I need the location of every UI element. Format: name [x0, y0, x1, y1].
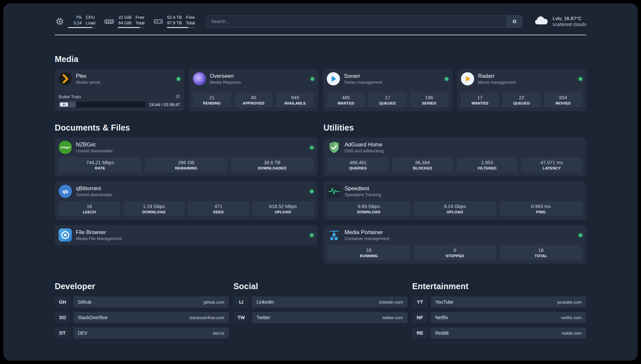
- cpu-label: CPU: [86, 15, 95, 20]
- resource-widgets: 7% 3.24 CPU Load: [55, 15, 195, 28]
- bookmark-name: Netflix: [435, 315, 448, 320]
- bookmark-link-dev[interactable]: DEV dev.to: [73, 327, 229, 339]
- stat-box: 0 STOPPED: [413, 245, 496, 260]
- stat-box: 9.65 Gbps DOWNLOAD: [327, 201, 410, 216]
- search-input[interactable]: [206, 15, 507, 27]
- stat-label: FILTERED: [458, 166, 517, 170]
- search-bar: G: [206, 15, 522, 28]
- stat-box: 9.24 Gbps UPLOAD: [413, 201, 496, 216]
- stat-box: 21 PENDING: [193, 92, 231, 107]
- stat-value: 0: [415, 248, 495, 253]
- section-title-media: Media: [55, 54, 586, 64]
- status-dot: [445, 77, 448, 81]
- stat-value: 16: [329, 248, 409, 253]
- bookmark-url: twitter.com: [382, 315, 403, 320]
- stat-value: 22: [504, 95, 539, 100]
- service-card-overseerr[interactable]: Overseerr Media Requests 21 PENDING 40 A…: [189, 69, 319, 111]
- bookmark-link-linkedin[interactable]: LinkedIn linkedin.com: [252, 296, 408, 308]
- memory-usage-fill: [118, 27, 140, 28]
- stat-value: 39.6 TB: [232, 160, 312, 165]
- bookmark-row: YT YouTube youtube.com: [412, 296, 586, 308]
- section-title-social: Social: [233, 282, 408, 291]
- cpu-load-value: 3.24: [74, 20, 82, 26]
- stat-label: LATENCY: [522, 166, 581, 170]
- bookmark-link-stackoverflow[interactable]: StackOverflow stackoverflow.com: [73, 312, 229, 323]
- adguard-icon: [327, 141, 341, 154]
- stat-value: 16: [60, 204, 119, 209]
- bookmark-name: Twitter: [257, 315, 270, 320]
- stat-label: AVAILABLE: [277, 101, 313, 105]
- plex-icon: [59, 72, 72, 85]
- service-card-adguard[interactable]: AdGuard Home DNS and adblocking 498,461 …: [323, 137, 586, 176]
- stat-label: STOPPED: [415, 254, 495, 258]
- stat-box: 17 WANTED: [461, 92, 499, 107]
- settings-gear-icon[interactable]: ⚙: [175, 94, 180, 99]
- service-card-nzbget[interactable]: nzbget NZBGet Usenet downloader 744.21 M…: [55, 137, 318, 176]
- status-dot: [311, 77, 314, 81]
- bookmark-url: dev.to: [213, 331, 224, 336]
- service-subtitle: DNS and adblocking: [345, 148, 384, 153]
- bookmark-group-social: Social LI LinkedIn linkedin.com TW Twitt…: [233, 282, 408, 343]
- stat-row: 17 WANTED 22 QUEUED 834 MOVIES: [461, 92, 583, 107]
- service-card-radarr[interactable]: Radarr Movie management 17 WANTED 22 QUE…: [457, 69, 587, 111]
- bookmark-name: YouTube: [435, 299, 453, 305]
- bookmark-link-netflix[interactable]: Netflix netflix.com: [431, 312, 586, 323]
- nzbget-icon: nzbget: [59, 141, 72, 154]
- bookmark-row: TW Twitter twitter.com: [233, 312, 408, 323]
- pause-button[interactable]: [60, 103, 68, 106]
- bookmark-link-twitter[interactable]: Twitter twitter.com: [252, 312, 408, 323]
- service-card-sonarr[interactable]: Sonarr Series management 485 WANTED 17 Q…: [323, 69, 452, 111]
- bookmark-group-entertainment: Entertainment YT YouTube youtube.com NF …: [412, 282, 586, 343]
- stat-box: 16 TOTAL: [500, 245, 582, 260]
- bookmark-abbr: NF: [412, 312, 428, 323]
- stat-box: 2,953 FILTERED: [457, 157, 518, 172]
- stat-value: 2,953: [458, 160, 517, 165]
- memory-widget: 22 GiB 64 GiB Free Total: [104, 15, 144, 28]
- stat-value: 744.21 Mbps: [60, 160, 140, 165]
- bookmark-link-github[interactable]: Github github.com: [73, 296, 229, 308]
- stat-label: BLOCKED: [393, 166, 452, 170]
- stat-box: 86,384 BLOCKED: [392, 157, 453, 172]
- stat-value: 40: [236, 95, 271, 100]
- playback-progress-bar[interactable]: [59, 102, 146, 107]
- stat-label: WANTED: [328, 101, 364, 105]
- service-title: Media Portainer: [345, 229, 389, 235]
- bookmark-link-youtube[interactable]: YouTube youtube.com: [431, 296, 586, 308]
- stat-value: 834: [545, 95, 581, 100]
- service-card-qbittorrent[interactable]: qb qBittorrent Torrent downloader 16 LEE…: [55, 181, 318, 220]
- service-subtitle: Container management: [345, 236, 389, 241]
- stat-value: 9.65 Gbps: [329, 204, 409, 209]
- section-title-documents: Documents & Files: [55, 123, 318, 133]
- stat-row: 16 LEECH 1.19 Gbps DOWNLOAD 471 SEED: [59, 201, 314, 216]
- bookmark-url: linkedin.com: [379, 300, 403, 305]
- stat-value: 196: [411, 95, 447, 100]
- service-card-filebrowser[interactable]: File Browser Media File Management: [55, 225, 318, 245]
- bookmark-url: netflix.com: [561, 315, 582, 320]
- service-card-portainer[interactable]: Media Portainer Container management 16 …: [323, 225, 586, 264]
- overseerr-icon: [193, 72, 206, 85]
- disk-usage-bar: [167, 27, 195, 28]
- bookmark-name: DEV: [78, 330, 87, 336]
- stat-value: 485: [328, 95, 364, 100]
- bookmark-row: SO StackOverflow stackoverflow.com: [55, 312, 229, 323]
- bookmark-abbr: SO: [55, 312, 70, 323]
- bookmark-link-reddit[interactable]: Reddit reddit.com: [431, 327, 586, 339]
- stat-row: 485 WANTED 17 QUEUED 196 SERIES: [327, 92, 448, 107]
- speedtest-icon: [327, 185, 341, 198]
- service-card-speedtest[interactable]: Speedtest Speedtest Tracking 9.65 Gbps D…: [323, 181, 586, 220]
- stat-box: 266 GB REMAINING: [145, 157, 228, 172]
- service-subtitle: Media File Management: [76, 236, 122, 241]
- bookmark-name: Reddit: [435, 330, 448, 336]
- memory-free-value: 22 GiB: [118, 15, 132, 20]
- search-engine-button[interactable]: G: [507, 15, 522, 27]
- status-dot: [310, 146, 314, 149]
- service-card-plex[interactable]: Plex Media server Bullet Train ⚙: [55, 69, 184, 111]
- stat-label: SERIES: [411, 101, 447, 105]
- bookmark-abbr: YT: [412, 296, 428, 308]
- bookmark-group-developer: Developer GH Github github.com SO StackO…: [55, 282, 229, 343]
- stat-value: 0.993 ms: [501, 204, 581, 209]
- cpu-chip-icon: [55, 16, 65, 26]
- stat-box: 16 LEECH: [59, 201, 120, 216]
- stat-box: 196 SERIES: [410, 92, 448, 107]
- bookmark-name: LinkedIn: [257, 299, 274, 305]
